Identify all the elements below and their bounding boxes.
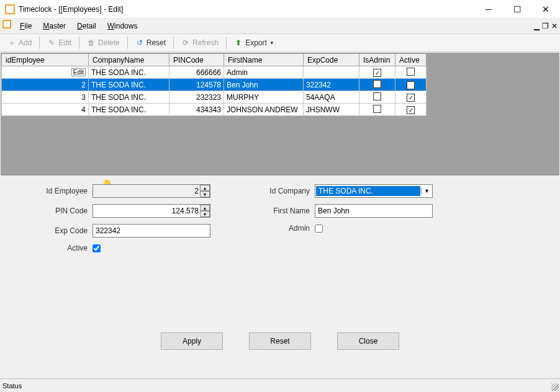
mdi-icon <box>2 20 11 29</box>
label-firstname: First Name <box>235 207 310 215</box>
app-icon <box>5 4 15 14</box>
menu-windows[interactable]: Windows <box>102 20 143 32</box>
col-pin[interactable]: PINCode <box>169 54 224 66</box>
mdi-minimize-button[interactable]: ▁ <box>534 22 540 30</box>
reset-label: Reset <box>147 38 166 47</box>
title-bar: Timeclock - [[Employees] - Edit] ─ ☐ ✕ <box>0 0 560 19</box>
label-admin: Admin <box>235 224 310 233</box>
mdi-controls: ▁ ❐ ✕ <box>534 22 558 30</box>
toolbar: ＋Add ✎Edit 🗑Delete ↺Reset ⟳Refresh ⬆Expo… <box>0 33 560 52</box>
toolbar-separator <box>127 37 128 49</box>
window-controls: ─ ☐ ✕ <box>474 0 560 19</box>
first-name-field[interactable] <box>315 204 433 218</box>
toolbar-separator <box>79 37 79 49</box>
col-active[interactable]: Active <box>395 54 427 66</box>
refresh-label: Refresh <box>192 38 219 47</box>
undo-icon: ↺ <box>135 38 144 47</box>
refresh-icon: ⟳ <box>181 38 190 47</box>
table-row[interactable]: 3THE SODA INC.232323MURPHY54AAQA✓ <box>2 91 427 104</box>
minimize-button[interactable]: ─ <box>474 0 503 19</box>
export-label: Export <box>245 38 267 47</box>
delete-button[interactable]: 🗑Delete <box>82 37 125 49</box>
edit-label: Edit <box>58 38 71 47</box>
chevron-down-icon: ▼ <box>421 188 432 194</box>
toolbar-separator <box>226 37 227 49</box>
id-employee-field[interactable] <box>93 184 210 198</box>
menu-detail[interactable]: Detail <box>72 20 101 32</box>
spin-up-button[interactable]: ▲ <box>200 205 210 211</box>
close-button[interactable]: ✕ <box>531 0 560 19</box>
button-row: Apply Reset Close <box>0 332 560 350</box>
label-expcode: Exp Code <box>13 226 88 235</box>
col-first[interactable]: FirstName <box>224 54 304 66</box>
menu-master[interactable]: Master <box>38 20 71 32</box>
company-value: THE SODA INC. <box>316 186 420 196</box>
pencil-icon: ✎ <box>47 38 56 47</box>
window-title: Timeclock - [[Employees] - Edit] <box>19 5 474 14</box>
col-admin[interactable]: IsAdmin <box>359 54 395 66</box>
add-button[interactable]: ＋Add <box>2 37 37 49</box>
pin-code-field[interactable] <box>93 204 210 218</box>
apply-button[interactable]: Apply <box>161 332 223 350</box>
maximize-button[interactable]: ☐ <box>503 0 531 19</box>
resize-grip[interactable] <box>551 383 559 391</box>
col-company[interactable]: CompanyName <box>89 54 169 66</box>
spin-up-button[interactable]: ▲ <box>200 185 210 191</box>
dropdown-arrow-icon: ▼ <box>269 40 274 46</box>
col-exp[interactable]: ExpCode <box>304 54 359 66</box>
toolbar-separator <box>173 37 174 49</box>
label-idcompany: Id Company <box>235 187 310 195</box>
form-close-button[interactable]: Close <box>337 332 399 350</box>
col-id[interactable]: idEmployee <box>2 54 89 66</box>
active-checkbox[interactable] <box>93 244 101 252</box>
toolbar-separator <box>39 37 40 49</box>
table-row[interactable]: 2THE SODA INC.124578Ben John322342✓ <box>2 79 427 91</box>
mdi-restore-button[interactable]: ❐ <box>542 22 549 30</box>
employees-grid[interactable]: idEmployee CompanyName PINCode FirstName… <box>1 53 559 176</box>
reset-button[interactable]: ↺Reset <box>130 37 171 49</box>
form-reset-button[interactable]: Reset <box>249 332 311 350</box>
exp-code-field[interactable] <box>93 224 210 238</box>
delete-label: Delete <box>98 38 120 47</box>
plus-icon: ＋ <box>7 38 16 47</box>
table-row[interactable]: EditTHE SODA INC.666666Admin✓ <box>2 66 427 79</box>
refresh-button[interactable]: ⟳Refresh <box>176 37 224 49</box>
status-text: Status <box>2 382 22 390</box>
label-pincode: PIN Code <box>13 207 88 215</box>
table-row[interactable]: 4THE SODA INC.434343JOHNSON ANDREWJHSNWW… <box>2 104 427 116</box>
label-active: Active <box>13 244 88 252</box>
company-combo[interactable]: THE SODA INC. ▼ <box>315 184 433 198</box>
edit-button[interactable]: ✎Edit <box>42 37 76 49</box>
trash-icon: 🗑 <box>87 38 96 47</box>
menu-bar: File Master Detail Windows ▁ ❐ ✕ <box>0 19 560 33</box>
mdi-close-button[interactable]: ✕ <box>551 22 558 30</box>
spin-down-button[interactable]: ▼ <box>200 191 210 197</box>
edit-form: 🔑 Id Employee ▲▼ PIN Code ▲▼ Exp Code <box>1 176 559 252</box>
export-button[interactable]: ⬆Export ▼ <box>229 37 279 49</box>
label-idemployee: Id Employee <box>13 187 88 195</box>
add-label: Add <box>19 38 32 47</box>
content-area: idEmployee CompanyName PINCode FirstName… <box>0 52 560 378</box>
admin-checkbox[interactable] <box>315 225 323 233</box>
export-icon: ⬆ <box>234 38 243 47</box>
menu-file[interactable]: File <box>15 20 37 32</box>
status-bar: Status <box>0 378 560 392</box>
spin-down-button[interactable]: ▼ <box>200 211 210 217</box>
